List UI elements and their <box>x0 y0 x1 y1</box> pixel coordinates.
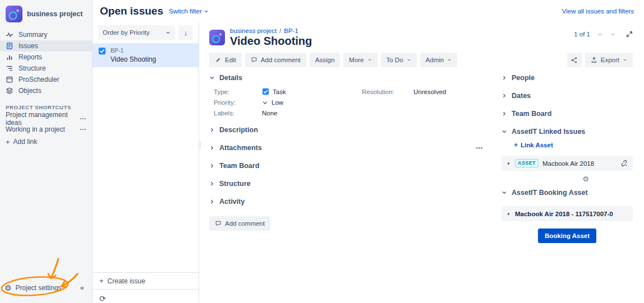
priority-value-text: Low <box>272 99 283 106</box>
shortcut-project-management-ideas[interactable]: Project management ideas ••• <box>0 113 92 124</box>
chevron-right-icon <box>209 181 215 187</box>
section-team-board[interactable]: Team Board <box>209 157 484 175</box>
priority-label: Priority: <box>214 99 262 106</box>
plus-icon: + <box>514 141 518 149</box>
next-issue-button[interactable] <box>610 31 616 38</box>
unlink-asset-icon[interactable] <box>620 160 628 167</box>
chevron-down-icon <box>502 129 507 134</box>
admin-button[interactable]: Admin <box>420 53 458 67</box>
assign-label: Assign <box>315 57 335 63</box>
expand-issue-button[interactable] <box>626 31 633 38</box>
booking-button-row: Booking Asset <box>502 229 633 243</box>
chevron-down-icon <box>447 58 452 62</box>
linked-asset-row[interactable]: ASSET Macbook Air 2018 <box>502 156 633 171</box>
export-icon <box>591 57 597 63</box>
plus-icon: + <box>6 138 10 146</box>
sort-direction-button[interactable]: ↓ <box>178 25 193 40</box>
expand-row-icon[interactable] <box>507 161 511 166</box>
issue-list-controls: Order by Priority ↓ <box>93 22 199 43</box>
panel-settings-gear-icon[interactable]: ⚙ <box>582 175 589 183</box>
booking-asset-button[interactable]: Booking Asset <box>538 229 596 243</box>
attachments-more-icon[interactable]: ⋯ <box>476 144 484 152</box>
section-assetit-booking[interactable]: AssetIT Booking Asset <box>502 184 633 202</box>
issue-list-item[interactable]: BP-1 Video Shooting <box>93 43 199 67</box>
link-asset-label: Link Asset <box>521 142 553 148</box>
section-assetit-linked-issues[interactable]: AssetIT Linked Issues <box>502 123 633 141</box>
issue-title-block: business project / BP-1 Video Shooting <box>230 27 312 48</box>
sidebar-item-label: ProScheduler <box>19 76 59 83</box>
breadcrumb-issue-key-link[interactable]: BP-1 <box>284 27 298 34</box>
section-assetit-booking-label: AssetIT Booking Asset <box>512 189 588 197</box>
issue-detail-panel: business project / BP-1 Video Shooting 1… <box>199 22 644 303</box>
section-attachments[interactable]: Attachments ⋯ <box>209 139 484 157</box>
chevron-down-icon <box>165 30 171 35</box>
sidebar-item-objects[interactable]: Objects <box>0 85 92 96</box>
section-activity-label: Activity <box>219 198 245 206</box>
section-details[interactable]: Details <box>209 69 484 87</box>
sidebar-item-issues[interactable]: Issues <box>0 40 92 52</box>
section-dates-label: Dates <box>512 92 531 100</box>
section-structure[interactable]: Structure <box>209 175 484 193</box>
add-comment-button[interactable]: Add comment <box>245 53 306 67</box>
linked-asset-name: Macbook Air 2018 <box>542 160 594 167</box>
page-header: Open issues Switch filter View all issue… <box>93 0 644 22</box>
create-issue-button[interactable]: + Create issue <box>93 272 199 289</box>
sidebar-item-reports[interactable]: Reports <box>0 52 92 63</box>
shortcut-more-icon[interactable]: ••• <box>80 116 86 121</box>
shortcut-working-in-a-project[interactable]: Working in a project ••• <box>0 124 92 134</box>
section-activity[interactable]: Activity <box>209 193 484 211</box>
add-link-button[interactable]: + Add link <box>0 136 92 148</box>
admin-label: Admin <box>426 57 444 63</box>
project-settings-button[interactable]: ⚙ Project settings <box>0 279 92 296</box>
section-people[interactable]: People <box>502 69 633 87</box>
view-all-issues-link[interactable]: View all issues and filters <box>562 8 634 15</box>
project-header: business project <box>0 0 92 29</box>
sidebar-item-proscheduler[interactable]: ProScheduler <box>0 74 92 85</box>
panel-splitter-handle[interactable]: ⋮ <box>197 141 204 149</box>
chevron-right-icon <box>209 127 215 133</box>
booking-asset-row[interactable]: Macbook Air 2018 - 117517007-0 <box>502 206 633 221</box>
toolbar-right-group: Export <box>567 53 633 67</box>
issue-summary: Video Shooting <box>111 55 156 63</box>
issue-detail-header: business project / BP-1 Video Shooting 1… <box>199 22 644 67</box>
chevron-up-icon <box>597 31 603 38</box>
assign-button[interactable]: Assign <box>310 53 341 67</box>
more-label: More <box>349 57 364 63</box>
collapse-sidebar-button[interactable]: « <box>80 283 84 292</box>
share-button[interactable] <box>567 53 582 67</box>
section-description[interactable]: Description <box>209 121 484 139</box>
edit-button[interactable]: Edit <box>209 53 242 67</box>
pencil-icon <box>215 57 222 63</box>
expand-row-icon[interactable] <box>507 212 511 216</box>
chevron-right-icon <box>209 145 215 151</box>
section-dates[interactable]: Dates <box>502 87 633 105</box>
link-asset-button[interactable]: + Link Asset <box>514 141 633 149</box>
details-fields: Type: Task Resolution: Unresolved Priori… <box>214 88 484 116</box>
sidebar-item-label: Structure <box>19 64 46 72</box>
issue-list-footer: ⟳ <box>93 289 199 303</box>
chevron-down-icon <box>367 58 372 62</box>
arrow-down-icon: ↓ <box>184 29 188 37</box>
content-area: Open issues Switch filter View all issue… <box>93 0 644 303</box>
panel-config-row: ⚙ <box>502 174 633 184</box>
chevron-right-icon <box>209 199 215 204</box>
issue-side-panel: People Dates Team Board AssetIT Li <box>494 67 644 303</box>
previous-issue-button[interactable] <box>597 31 603 38</box>
section-side-team-board[interactable]: Team Board <box>502 105 633 123</box>
export-button[interactable]: Export <box>585 53 633 67</box>
order-by-select[interactable]: Order by Priority <box>98 25 175 40</box>
more-button[interactable]: More <box>343 53 377 67</box>
sidebar-spacer <box>0 148 92 279</box>
sidebar-item-structure[interactable]: Structure <box>0 63 92 74</box>
shortcut-more-icon[interactable]: ••• <box>80 127 86 132</box>
add-comment-footer-button[interactable]: Add comment <box>209 216 270 231</box>
status-button[interactable]: To Do <box>381 53 417 67</box>
switch-filter-link[interactable]: Switch filter <box>169 8 209 15</box>
labels-label: Labels: <box>214 110 262 116</box>
sidebar-item-summary[interactable]: Summary <box>0 29 92 40</box>
breadcrumb-project-link[interactable]: business project <box>230 27 277 34</box>
refresh-icon[interactable]: ⟳ <box>99 294 106 303</box>
status-label: To Do <box>387 57 403 63</box>
add-link-label: Add link <box>13 138 38 146</box>
sidebar-item-label: Summary <box>19 31 47 39</box>
